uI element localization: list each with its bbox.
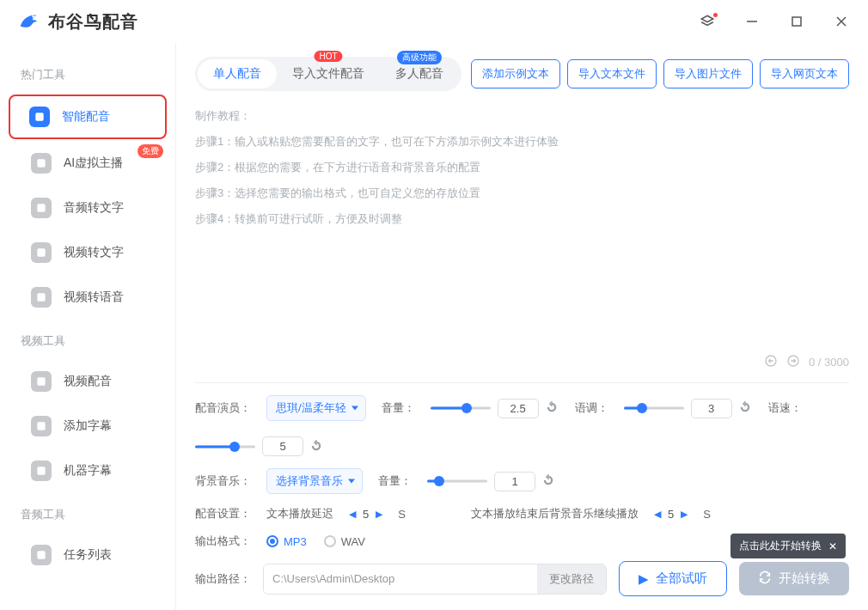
increase-icon[interactable]: ▶ <box>376 509 382 520</box>
import-button[interactable]: 导入文本文件 <box>567 59 657 88</box>
speed-slider[interactable]: 5 <box>195 436 324 456</box>
slider-value[interactable]: 3 <box>691 399 732 418</box>
sidebar-item[interactable]: 智能配音 <box>9 95 167 139</box>
radio-icon <box>324 535 336 547</box>
import-button[interactable]: 添加示例文本 <box>471 59 560 88</box>
convert-icon <box>758 570 772 587</box>
sidebar-item-label: AI虚拟主播 <box>64 156 123 171</box>
sidebar-item-icon <box>31 153 52 174</box>
slider-value[interactable]: 1 <box>494 472 535 491</box>
sidebar-item-icon <box>31 371 52 392</box>
sidebar-item[interactable]: 任务列表 <box>10 534 165 576</box>
layers-icon[interactable] <box>693 9 722 34</box>
editor-placeholder: 制作教程：步骤1：输入或粘贴您需要配音的文字，也可在下方添加示例文本进行体验步骤… <box>195 103 849 231</box>
reset-icon[interactable] <box>546 401 559 415</box>
volume-slider[interactable]: 2.5 <box>431 399 559 418</box>
decrease-icon[interactable]: ◀ <box>349 509 356 520</box>
slider-track[interactable] <box>427 473 487 490</box>
slider-track[interactable] <box>624 400 684 417</box>
sidebar-item-icon <box>31 461 52 481</box>
app-logo-icon <box>15 7 41 36</box>
char-counter: 0 / 3000 <box>809 356 849 369</box>
svg-rect-9 <box>37 293 45 301</box>
format-radio-group: MP3WAV <box>266 535 365 548</box>
divider <box>195 382 849 383</box>
convert-tooltip: 点击此处开始转换 ✕ <box>730 534 846 558</box>
delay-unit: S <box>398 508 406 521</box>
import-buttons: 添加示例文本导入文本文件导入图片文件导入网页文本 <box>471 59 849 88</box>
mode-tab[interactable]: 导入文件配音HOT <box>277 59 380 88</box>
slider-track[interactable] <box>431 400 491 417</box>
titlebar: 布谷鸟配音 <box>0 0 868 43</box>
format-radio[interactable]: WAV <box>324 535 365 548</box>
sidebar-item-icon <box>31 198 52 218</box>
sidebar-item-label: 视频配音 <box>64 374 112 389</box>
continue-spinner[interactable]: ◀ 5 ▶ <box>654 508 688 521</box>
mode-tabs: 单人配音导入文件配音HOT多人配音高级功能 <box>195 57 462 91</box>
svg-rect-8 <box>37 248 45 256</box>
sidebar-section-title: 热门工具 <box>0 55 175 91</box>
sidebar-item-icon <box>29 107 50 127</box>
close-button[interactable] <box>827 9 856 34</box>
slider-value[interactable]: 5 <box>262 436 303 456</box>
sidebar-item-label: 智能配音 <box>62 109 110 125</box>
svg-rect-10 <box>37 377 45 385</box>
notification-dot <box>713 13 718 17</box>
mode-tab[interactable]: 单人配音 <box>198 59 277 88</box>
sidebar-item[interactable]: 添加字幕 <box>10 406 165 447</box>
decrease-icon[interactable]: ◀ <box>654 509 661 520</box>
settings-label: 配音设置： <box>195 506 251 522</box>
sidebar-item[interactable]: AI虚拟主播免费 <box>10 143 165 184</box>
bgm-label: 背景音乐： <box>195 473 251 489</box>
maximize-button[interactable] <box>782 9 811 34</box>
preview-button[interactable]: ▶ 全部试听 <box>619 561 727 596</box>
play-icon: ▶ <box>639 571 649 587</box>
svg-rect-13 <box>37 551 45 558</box>
output-row: 输出路径： 更改路径 ▶ 全部试听 开始转换 <box>195 561 849 596</box>
change-path-button[interactable]: 更改路径 <box>537 564 606 594</box>
delay-spinner[interactable]: ◀ 5 ▶ <box>349 508 382 521</box>
sidebar-item-label: 任务列表 <box>64 547 112 563</box>
bgm-volume-label: 音量： <box>378 473 412 489</box>
speed-label: 语速： <box>768 400 802 416</box>
sidebar-item[interactable]: 机器字幕 <box>10 450 165 491</box>
slider-track[interactable] <box>195 438 255 455</box>
pitch-slider[interactable]: 3 <box>624 399 753 418</box>
sidebar-item[interactable]: 视频转语音 <box>10 277 165 318</box>
format-label: 输出格式： <box>195 534 251 549</box>
reset-icon[interactable] <box>542 474 556 488</box>
svg-rect-2 <box>792 17 801 26</box>
continue-label: 文本播放结束后背景音乐继续播放 <box>471 506 639 522</box>
bgm-dropdown[interactable]: 选择背景音乐 <box>266 468 363 494</box>
voice-row: 配音演员： 思琪/温柔年轻 音量： 2.5 语调： 3 语速： 5 <box>195 395 849 456</box>
reset-icon[interactable] <box>310 440 324 454</box>
sidebar-item[interactable]: 音频转文字 <box>10 187 165 229</box>
path-input[interactable] <box>264 565 537 592</box>
slider-value[interactable]: 2.5 <box>498 399 539 418</box>
app-title: 布谷鸟配音 <box>48 10 138 34</box>
reset-icon[interactable] <box>739 401 753 415</box>
sidebar-section-title: 视频工具 <box>0 321 175 357</box>
redo-icon[interactable] <box>786 354 800 370</box>
volume-label: 音量： <box>382 400 415 416</box>
increase-icon[interactable]: ▶ <box>681 509 688 520</box>
minimize-button[interactable] <box>737 9 767 34</box>
convert-button[interactable]: 开始转换 <box>739 562 849 595</box>
free-badge: 免费 <box>138 144 163 158</box>
format-radio[interactable]: MP3 <box>266 535 307 548</box>
editor-footer: 0 / 3000 <box>195 354 849 370</box>
tooltip-close-icon[interactable]: ✕ <box>828 540 837 552</box>
mode-tab[interactable]: 多人配音高级功能 <box>380 59 459 88</box>
voice-dropdown[interactable]: 思琪/温柔年轻 <box>266 395 366 421</box>
sidebar-item-label: 视频转语音 <box>64 290 124 305</box>
svg-rect-7 <box>37 204 45 211</box>
bgm-volume-slider[interactable]: 1 <box>427 472 556 491</box>
titlebar-controls <box>693 9 856 34</box>
sidebar-item[interactable]: 视频转文字 <box>10 232 165 273</box>
import-button[interactable]: 导入网页文本 <box>760 59 849 88</box>
import-button[interactable]: 导入图片文件 <box>663 59 753 88</box>
sidebar-item[interactable]: 视频配音 <box>10 361 165 402</box>
undo-icon[interactable] <box>764 354 778 370</box>
text-editor[interactable]: 制作教程：步骤1：输入或粘贴您需要配音的文字，也可在下方添加示例文本进行体验步骤… <box>195 103 849 342</box>
sidebar-item-label: 音频转文字 <box>64 200 124 216</box>
